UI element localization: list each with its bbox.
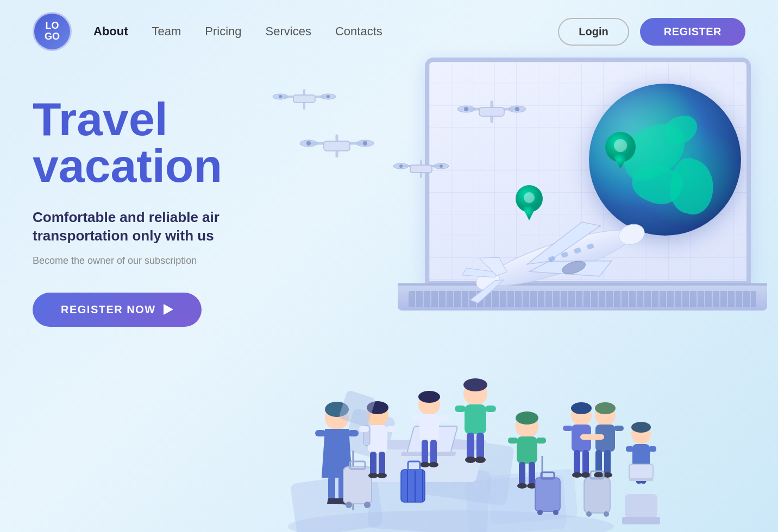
svg-point-96 [516, 411, 538, 425]
svg-rect-122 [588, 434, 604, 440]
svg-point-82 [346, 502, 352, 508]
drone-2 [456, 96, 527, 134]
svg-point-92 [368, 473, 378, 478]
svg-rect-91 [379, 452, 385, 476]
location-pin-2 [515, 182, 544, 223]
hero-illustration [326, 74, 745, 532]
svg-point-12 [464, 107, 468, 111]
hero-description: Become the owner of our subscription [33, 255, 326, 267]
hero-section: Travel vacation Comfortable and reliable… [0, 63, 778, 532]
svg-point-132 [631, 422, 651, 433]
svg-rect-136 [626, 446, 633, 452]
svg-rect-100 [519, 462, 525, 486]
svg-point-129 [586, 511, 592, 517]
svg-rect-88 [359, 426, 369, 432]
svg-rect-127 [584, 478, 610, 513]
svg-rect-101 [529, 462, 535, 486]
svg-rect-54 [485, 406, 496, 412]
svg-rect-61 [419, 414, 439, 441]
location-pin-1 [604, 128, 637, 172]
svg-rect-89 [386, 426, 396, 432]
svg-rect-98 [508, 438, 518, 444]
svg-rect-80 [343, 467, 372, 504]
svg-rect-2 [410, 165, 432, 173]
svg-rect-55 [467, 433, 474, 460]
svg-point-58 [475, 457, 486, 463]
svg-rect-99 [536, 438, 546, 444]
svg-rect-56 [476, 433, 484, 460]
drone-1 [391, 155, 451, 188]
hero-content: Travel vacation Comfortable and reliable… [33, 74, 326, 532]
svg-rect-90 [370, 452, 377, 476]
svg-rect-115 [582, 450, 589, 475]
svg-rect-86 [368, 425, 387, 453]
svg-point-27 [363, 141, 367, 145]
nav-link-services[interactable]: Services [266, 24, 311, 39]
svg-point-51 [463, 378, 487, 391]
svg-point-6 [440, 164, 443, 168]
register-now-label: REGISTER NOW [61, 303, 156, 316]
svg-point-119 [595, 402, 616, 414]
nav-link-team[interactable]: Team [152, 24, 181, 39]
navbar: LOGO About Team Pricing Services Contact… [0, 0, 778, 63]
svg-point-125 [594, 472, 604, 478]
svg-rect-65 [430, 440, 437, 465]
continent-3 [663, 113, 700, 146]
hero-title: Travel vacation [33, 96, 326, 189]
svg-point-66 [420, 462, 430, 467]
nav-link-pricing[interactable]: Pricing [205, 24, 241, 39]
register-button[interactable]: REGISTER [640, 18, 745, 46]
svg-point-20 [327, 95, 330, 98]
svg-rect-140 [625, 494, 657, 518]
continent-2 [664, 155, 720, 218]
svg-point-67 [429, 462, 438, 467]
svg-rect-23 [324, 141, 350, 151]
svg-rect-139 [629, 478, 653, 481]
svg-point-108 [553, 510, 559, 515]
svg-rect-62 [411, 415, 421, 421]
nav-link-about[interactable]: About [93, 24, 128, 39]
svg-point-130 [604, 511, 609, 517]
svg-point-30 [614, 139, 627, 152]
svg-rect-9 [479, 107, 504, 116]
svg-rect-121 [614, 426, 624, 431]
hero-subtitle: Comfortable and reliable air transportat… [33, 208, 272, 245]
svg-rect-76 [348, 430, 359, 436]
svg-point-116 [572, 472, 582, 478]
svg-marker-29 [612, 154, 629, 169]
svg-rect-138 [629, 464, 653, 479]
nav-actions: Login REGISTER [558, 18, 745, 46]
svg-point-93 [377, 473, 387, 478]
svg-point-107 [537, 510, 543, 515]
svg-rect-114 [574, 450, 580, 475]
login-button[interactable]: Login [558, 18, 629, 46]
svg-rect-68 [401, 470, 425, 502]
svg-rect-124 [604, 450, 611, 475]
svg-rect-49 [401, 452, 456, 456]
svg-rect-97 [517, 436, 537, 464]
svg-rect-53 [455, 406, 466, 412]
svg-rect-77 [328, 477, 335, 499]
svg-point-60 [418, 391, 440, 403]
svg-point-13 [515, 107, 519, 111]
register-now-button[interactable]: REGISTER NOW [33, 293, 202, 327]
svg-point-117 [581, 472, 591, 478]
logo[interactable]: LOGO [33, 12, 72, 51]
svg-rect-52 [465, 404, 486, 434]
logo-text: LOGO [45, 21, 60, 42]
nav-link-contacts[interactable]: Contacts [335, 24, 382, 39]
svg-rect-137 [649, 446, 656, 452]
svg-point-57 [465, 457, 476, 463]
svg-marker-32 [522, 206, 536, 220]
svg-point-33 [524, 192, 535, 203]
svg-point-5 [399, 164, 403, 168]
svg-rect-112 [563, 426, 573, 431]
nav-links: About Team Pricing Services Contacts [93, 24, 558, 39]
svg-rect-105 [535, 478, 560, 511]
svg-rect-63 [438, 415, 448, 421]
svg-rect-64 [422, 440, 428, 465]
svg-point-102 [517, 483, 527, 489]
svg-point-110 [571, 402, 592, 414]
svg-rect-141 [622, 517, 660, 524]
svg-point-83 [364, 502, 371, 508]
